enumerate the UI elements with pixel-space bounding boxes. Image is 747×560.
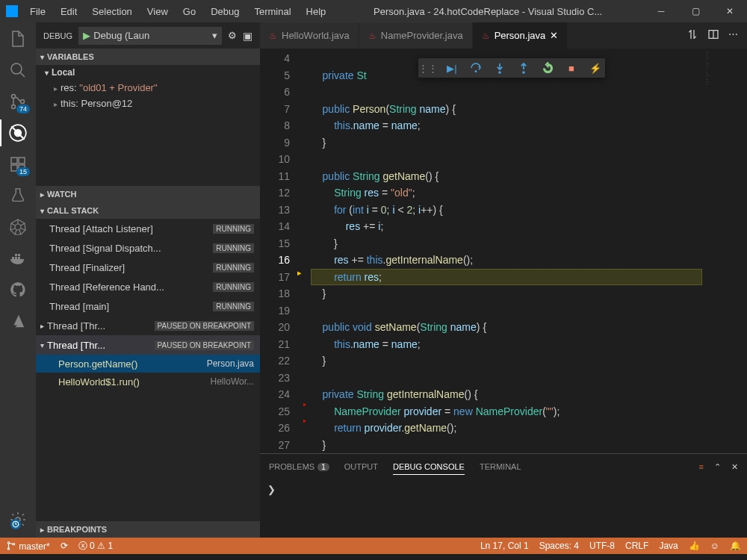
cursor-position[interactable]: Ln 17, Col 1 xyxy=(480,541,529,551)
stop-icon[interactable]: ■ xyxy=(565,61,578,75)
thread-paused-1[interactable]: ▸Thread [Thr...PAUSED ON BREAKPOINT xyxy=(36,316,260,335)
tab-nameprovider[interactable]: ♨NameProvider.java xyxy=(359,22,473,49)
problems-count: 1 xyxy=(317,463,329,471)
play-icon: ▶ xyxy=(83,30,90,41)
panel-tabs: PROBLEMS1 OUTPUT DEBUG CONSOLE TERMINAL … xyxy=(260,454,747,479)
thumbs-up-icon[interactable]: 👍 xyxy=(689,541,700,551)
more-icon[interactable]: ⋯ xyxy=(728,28,738,43)
step-into-icon[interactable] xyxy=(493,61,506,75)
breakpoint-column[interactable]: ▸ ▸ ▸ xyxy=(302,49,311,453)
editor-tabs: ♨HelloWorld.java ♨NameProvider.java ♨Per… xyxy=(260,22,747,49)
docker-icon[interactable] xyxy=(7,248,28,269)
menu-view[interactable]: View xyxy=(141,3,174,20)
feedback-icon[interactable]: ☺ xyxy=(710,541,719,551)
svg-rect-15 xyxy=(15,254,17,256)
debug-toolbar[interactable]: ⋮⋮ ▶| ■ ⚡ xyxy=(418,58,605,78)
problems-tab[interactable]: PROBLEMS1 xyxy=(269,459,329,474)
filter-icon[interactable]: ≡ xyxy=(699,462,704,472)
search-icon[interactable] xyxy=(7,60,28,81)
frame-run[interactable]: HelloWorld$1.run()HelloWor... xyxy=(36,373,260,391)
sync-icon[interactable]: ⟳ xyxy=(61,541,68,551)
step-over-icon[interactable] xyxy=(469,61,483,75)
callstack-section-header[interactable]: ▾CALL STACK xyxy=(36,202,260,219)
svg-point-25 xyxy=(13,543,14,544)
thread-finalizer[interactable]: Thread [Finalizer]RUNNING xyxy=(36,258,260,277)
variables-section-header[interactable]: ▾VARIABLES xyxy=(36,49,260,65)
menu-debug[interactable]: Debug xyxy=(205,3,245,20)
menu-go[interactable]: Go xyxy=(177,3,202,20)
statusbar: master* ⟳ ⓧ 0 ⚠ 1 Ln 17, Col 1 Spaces: 4… xyxy=(0,538,747,554)
clock-badge-icon xyxy=(10,519,21,529)
errors-warnings[interactable]: ⓧ 0 ⚠ 1 xyxy=(78,540,113,553)
menu-edit[interactable]: Edit xyxy=(55,3,83,20)
explorer-icon[interactable] xyxy=(7,28,28,49)
settings-icon[interactable] xyxy=(7,509,28,530)
language-indicator[interactable]: Java xyxy=(659,541,678,551)
eol-indicator[interactable]: CRLF xyxy=(625,541,648,551)
compare-icon[interactable] xyxy=(686,28,698,43)
step-out-icon[interactable] xyxy=(517,61,530,75)
hot-reload-icon[interactable]: ⚡ xyxy=(589,61,602,75)
variable-this[interactable]: ▸this: Person@12 xyxy=(36,96,260,111)
close-button[interactable]: ✕ xyxy=(713,0,747,22)
frame-getname[interactable]: Person.getName()Person.java xyxy=(36,355,260,373)
kubernetes-icon[interactable] xyxy=(7,217,28,237)
thread-reference-handler[interactable]: Thread [Reference Hand...RUNNING xyxy=(36,277,260,296)
thread-signal-dispatch[interactable]: Thread [Signal Dispatch...RUNNING xyxy=(36,238,260,258)
maximize-button[interactable]: ▢ xyxy=(678,0,713,22)
extensions-icon[interactable]: 15 xyxy=(7,154,28,175)
azure-icon[interactable] xyxy=(7,311,28,332)
bottom-panel: PROBLEMS1 OUTPUT DEBUG CONSOLE TERMINAL … xyxy=(260,453,747,538)
tab-person[interactable]: ♨Person.java✕ xyxy=(473,22,568,49)
breakpoints-section-header[interactable]: ▸BREAKPOINTS xyxy=(36,521,260,538)
bell-icon[interactable]: 🔔 xyxy=(730,541,741,551)
split-icon[interactable] xyxy=(707,28,719,43)
debug-config-selector[interactable]: ▶ Debug (Laun ▾ xyxy=(78,27,222,45)
panel-close-icon[interactable]: ✕ xyxy=(731,462,738,472)
watch-section-header[interactable]: ▸WATCH xyxy=(36,186,260,202)
svg-point-24 xyxy=(7,547,9,549)
console-icon[interactable]: ▣ xyxy=(243,30,252,42)
thread-attach-listener[interactable]: Thread [Attach Listener]RUNNING xyxy=(36,219,260,238)
menu-file[interactable]: File xyxy=(24,3,52,20)
svg-point-11 xyxy=(15,224,21,230)
menu-help[interactable]: Help xyxy=(300,3,332,20)
menu-selection[interactable]: Selection xyxy=(86,3,137,20)
debug-config-name: Debug (Laun xyxy=(93,30,212,41)
current-line-indicator-icon: ▸ xyxy=(297,268,302,278)
continue-icon[interactable]: ▶| xyxy=(445,61,459,75)
minimize-button[interactable]: ─ xyxy=(644,0,678,22)
code-editor[interactable]: 4567891011121314151617181920212223242526… xyxy=(260,49,747,453)
minimap[interactable]: ════════════════════════════════ xyxy=(702,49,747,453)
indent-indicator[interactable]: Spaces: 4 xyxy=(539,541,579,551)
debug-label: DEBUG xyxy=(43,31,72,40)
grip-icon[interactable]: ⋮⋮ xyxy=(421,61,435,75)
terminal-tab[interactable]: TERMINAL xyxy=(480,459,521,474)
local-scope[interactable]: ▾Local xyxy=(36,65,260,80)
restart-icon[interactable] xyxy=(541,61,554,75)
debug-header: DEBUG ▶ Debug (Laun ▾ ⚙ ▣ xyxy=(36,22,260,49)
menu-terminal[interactable]: Terminal xyxy=(248,3,297,20)
clear-icon[interactable]: ⌃ xyxy=(714,462,721,472)
github-icon[interactable] xyxy=(7,279,28,300)
variable-res[interactable]: ▸res: "old01 + Provider" xyxy=(36,80,260,96)
window-title: Person.java - 24.hotCodeReplace - Visual… xyxy=(332,6,644,17)
debug-console-tab[interactable]: DEBUG CONSOLE xyxy=(393,459,465,475)
tab-helloworld[interactable]: ♨HelloWorld.java xyxy=(260,22,359,49)
scm-icon[interactable]: 74 xyxy=(7,91,28,112)
thread-main[interactable]: Thread [main]RUNNING xyxy=(36,296,260,316)
branch-indicator[interactable]: master* xyxy=(6,541,50,552)
code-lines: private St public Person(String name) { … xyxy=(311,49,702,453)
breakpoint-icon: ▸ xyxy=(303,417,306,424)
thread-paused-2[interactable]: ▾Thread [Thr...PAUSED ON BREAKPOINT xyxy=(36,335,260,355)
debug-console-input[interactable]: ❯ xyxy=(260,479,747,500)
encoding-indicator[interactable]: UTF-8 xyxy=(589,541,615,551)
gear-icon[interactable]: ⚙ xyxy=(228,30,237,41)
java-icon: ♨ xyxy=(482,31,490,41)
svg-point-0 xyxy=(11,63,22,74)
debug-icon[interactable] xyxy=(7,122,28,143)
scm-badge: 74 xyxy=(16,105,30,113)
output-tab[interactable]: OUTPUT xyxy=(344,459,378,474)
tab-close-icon[interactable]: ✕ xyxy=(550,30,558,41)
test-icon[interactable] xyxy=(7,185,28,206)
